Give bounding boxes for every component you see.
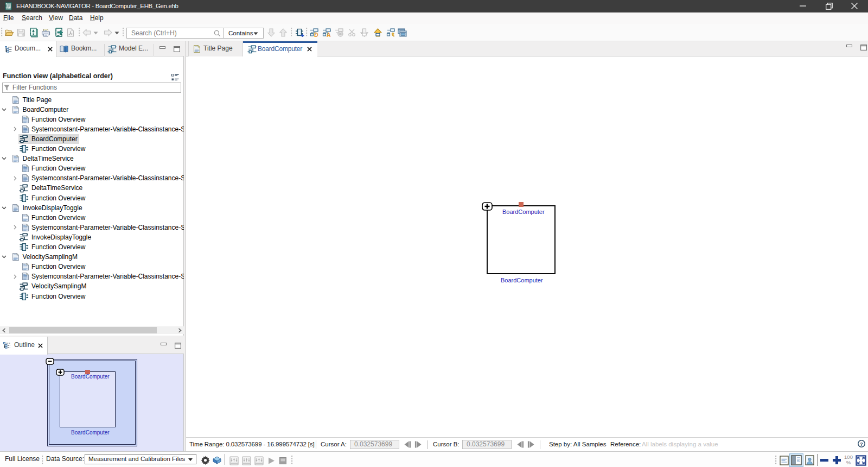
svg-text:A: A [327,31,331,37]
svg-text:D: D [314,31,318,37]
svg-text:?: ? [860,441,863,447]
